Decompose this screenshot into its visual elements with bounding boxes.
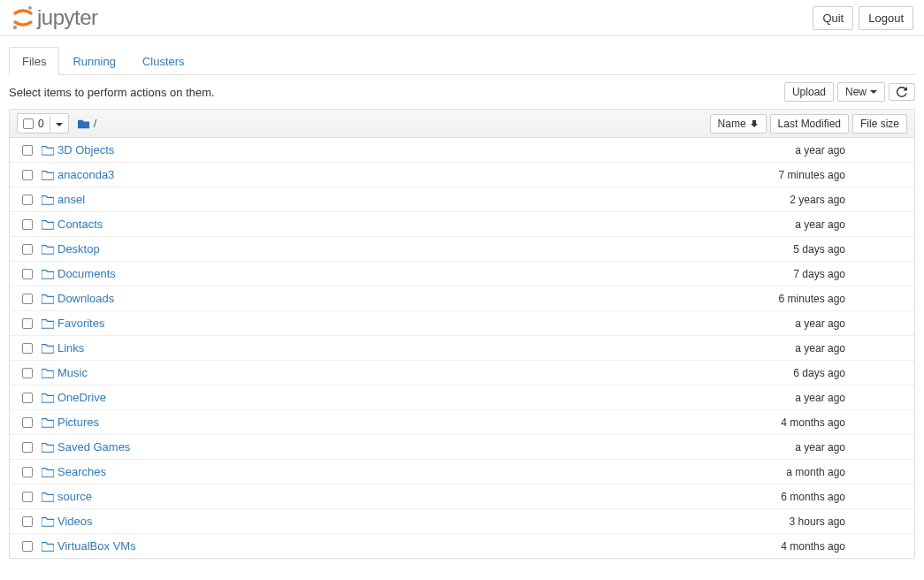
sort-name-label: Name (718, 118, 746, 130)
folder-icon (38, 515, 57, 528)
row-checkbox[interactable] (22, 541, 33, 552)
row-checkbox[interactable] (22, 368, 33, 378)
folder-icon (38, 169, 57, 181)
row-checkbox[interactable] (22, 219, 33, 230)
file-name[interactable]: Pictures (57, 416, 730, 429)
tab-clusters[interactable]: Clusters (129, 47, 198, 75)
select-all-group[interactable]: 0 (17, 113, 69, 134)
sort-size-button[interactable]: File size (852, 114, 907, 134)
tabs-container: Files Running Clusters (0, 47, 924, 75)
file-name[interactable]: Favorites (57, 317, 730, 330)
row-checkbox[interactable] (22, 244, 33, 255)
row-checkbox[interactable] (22, 195, 33, 205)
breadcrumb-root: / (94, 117, 97, 130)
file-row: Desktop5 days ago (10, 237, 914, 262)
logo[interactable]: jupyter (11, 5, 98, 30)
file-row: Saved Gamesa year ago (10, 435, 914, 460)
file-modified: a month ago (730, 466, 854, 478)
file-name[interactable]: Desktop (57, 242, 730, 256)
content: Select items to perform actions on them.… (0, 82, 924, 559)
file-modified: a year ago (730, 144, 854, 156)
tab-running[interactable]: Running (59, 47, 128, 75)
select-all-main[interactable]: 0 (18, 115, 50, 133)
row-checkbox[interactable] (22, 269, 33, 279)
file-modified: a year ago (730, 317, 854, 330)
svg-point-1 (13, 26, 17, 29)
row-checkbox[interactable] (22, 417, 33, 428)
select-all-checkbox[interactable] (23, 118, 34, 129)
row-checkbox-wrap (17, 417, 38, 428)
row-checkbox-wrap (17, 343, 38, 354)
folder-icon (38, 218, 57, 231)
row-checkbox-wrap (17, 516, 38, 527)
file-modified: 6 days ago (730, 367, 854, 379)
file-modified: 7 minutes ago (730, 169, 854, 181)
file-name[interactable]: Saved Games (57, 440, 730, 454)
row-checkbox[interactable] (22, 145, 33, 156)
file-modified: a year ago (730, 342, 854, 355)
row-checkbox-wrap (17, 269, 38, 279)
file-modified: 6 months ago (730, 491, 854, 503)
tabs: Files Running Clusters (9, 47, 915, 75)
tab-files[interactable]: Files (9, 47, 59, 75)
row-checkbox[interactable] (22, 442, 33, 453)
file-modified: a year ago (730, 441, 854, 454)
file-modified: a year ago (730, 218, 854, 231)
breadcrumb[interactable]: / (78, 117, 97, 130)
quit-button[interactable]: Quit (813, 6, 853, 30)
folder-icon (38, 144, 57, 156)
folder-icon (78, 118, 90, 130)
new-button[interactable]: New (837, 82, 885, 102)
row-checkbox[interactable] (22, 393, 33, 403)
row-checkbox[interactable] (22, 170, 33, 180)
file-row: 3D Objectsa year ago (10, 138, 914, 163)
file-name[interactable]: OneDrive (57, 391, 730, 404)
row-checkbox[interactable] (22, 492, 33, 502)
file-name[interactable]: anaconda3 (57, 168, 730, 181)
file-name[interactable]: 3D Objects (57, 143, 730, 156)
file-modified: 5 days ago (730, 243, 854, 256)
folder-icon (38, 342, 57, 355)
row-checkbox-wrap (17, 318, 38, 329)
file-modified: a year ago (730, 392, 854, 404)
file-name[interactable]: Music (57, 366, 730, 379)
logout-button[interactable]: Logout (859, 6, 913, 30)
select-all-dropdown[interactable] (50, 114, 68, 133)
row-checkbox-wrap (17, 170, 38, 180)
folder-icon (38, 466, 57, 478)
row-checkbox[interactable] (22, 467, 33, 477)
sort-name-button[interactable]: Name (710, 114, 767, 134)
file-row: Contactsa year ago (10, 212, 914, 237)
file-name[interactable]: Contacts (57, 218, 730, 231)
file-name[interactable]: Documents (57, 267, 730, 280)
file-row: Music6 days ago (10, 361, 914, 385)
folder-icon (38, 194, 57, 206)
jupyter-icon (11, 5, 35, 30)
row-checkbox[interactable] (22, 294, 33, 304)
upload-button[interactable]: Upload (784, 82, 834, 102)
refresh-button[interactable] (889, 83, 915, 101)
file-name[interactable]: ansel (57, 193, 730, 206)
row-checkbox[interactable] (22, 343, 33, 354)
file-name[interactable]: Searches (57, 465, 730, 478)
row-checkbox[interactable] (22, 318, 33, 329)
folder-icon (38, 367, 57, 379)
file-name[interactable]: Downloads (57, 292, 730, 305)
logo-text: jupyter (37, 5, 98, 30)
row-checkbox[interactable] (22, 516, 33, 527)
file-name[interactable]: source (57, 490, 730, 503)
row-checkbox-wrap (17, 145, 38, 156)
action-bar: Select items to perform actions on them.… (9, 82, 915, 102)
folder-icon (38, 491, 57, 503)
file-name[interactable]: Links (57, 341, 730, 355)
sort-modified-button[interactable]: Last Modified (770, 114, 849, 134)
folder-icon (38, 268, 57, 280)
file-name[interactable]: Videos (57, 515, 730, 528)
folder-icon (38, 416, 57, 429)
file-row: Pictures4 months ago (10, 410, 914, 435)
row-checkbox-wrap (17, 467, 38, 477)
file-name[interactable]: VirtualBox VMs (57, 539, 730, 553)
file-modified: 4 months ago (730, 416, 854, 429)
file-row: anaconda37 minutes ago (10, 163, 914, 187)
folder-icon (38, 293, 57, 305)
